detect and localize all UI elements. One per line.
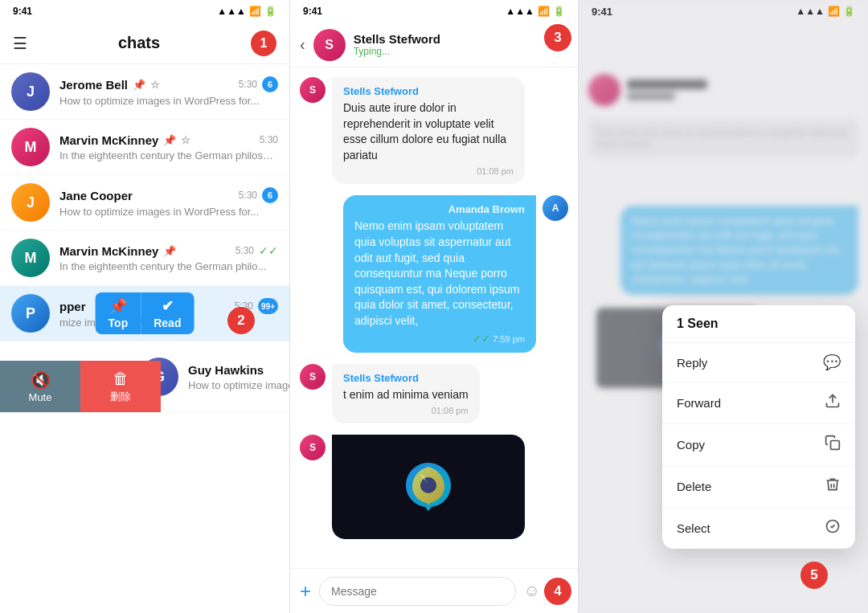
preview-marvin1: In the eighteenth century the German phi… <box>59 149 278 161</box>
messages-area[interactable]: S Stells Stefword Duis aute irure dolor … <box>290 67 578 568</box>
pin-icon-marvin2: 📌 <box>163 245 176 257</box>
msg-text-1: Duis aute irure dolor in reprehenderit i… <box>343 100 514 163</box>
preview-marvin2: In the eighteenth century the German phi… <box>59 260 278 272</box>
forward-label: Forward <box>677 396 721 410</box>
chat-item-jerome[interactable]: J Jerome Bell 📌 ☆ 5:30 6 How to optimize… <box>0 64 289 120</box>
avatar-jerome: J <box>11 72 50 111</box>
wifi-icon: 📶 <box>249 6 261 17</box>
mute-icon: 🔇 <box>31 370 51 390</box>
contact-status: Typing... <box>354 46 543 57</box>
message-2: A Amanda Brown Nemo enim ipsam voluptate… <box>300 195 568 352</box>
message-3: S Stells Stefword t enim ad minima venia… <box>300 364 568 424</box>
avatar-swiped: P <box>11 294 50 333</box>
avatar-marvin2: M <box>11 239 50 277</box>
msg-time-1: 01:08 pm <box>343 166 514 176</box>
svg-rect-2 <box>831 441 840 450</box>
chat-item-marvin1[interactable]: M Marvin McKinney 📌 ☆ 5:30 In the eighte… <box>0 120 289 175</box>
contact-name: Stells Stefword <box>354 32 543 46</box>
tick-icon-2: ✓✓ <box>473 333 490 345</box>
msg-text-3: t enim ad minima veniam <box>343 387 469 403</box>
status-bar-3: 9:41 ▲▲▲ 📶 🔋 <box>579 0 868 22</box>
delete-msg-icon <box>825 476 841 497</box>
battery-icon-2: 🔋 <box>553 6 565 17</box>
top-button[interactable]: 📌 Top <box>96 292 141 334</box>
tick-marvin2: ✓✓ <box>259 244 278 257</box>
badge-2: 2 <box>227 307 255 334</box>
chat-name-jane: Jane Cooper <box>59 189 133 202</box>
chat-info-jerome: Jerome Bell 📌 ☆ 5:30 6 How to optimize i… <box>59 76 278 107</box>
chat-info-guy: Guy Hawkins How to optimize images in W.… <box>188 363 289 391</box>
star-icon-jerome: ☆ <box>150 79 160 91</box>
badge-jane: 6 <box>262 187 278 203</box>
battery-icon: 🔋 <box>264 6 276 17</box>
chat-name-swiped: pper <box>59 300 86 313</box>
chat-item-guy[interactable]: 🔇 Mute 🗑 删除 G Guy Hawkins How to optim <box>0 341 289 413</box>
status-bar-2: 9:41 ▲▲▲ 📶 🔋 <box>290 0 578 22</box>
context-menu: 1 Seen Reply 💬 Forward Copy <box>662 305 855 549</box>
delete-msg-label: Delete <box>677 480 711 493</box>
chat-window-panel: 9:41 ▲▲▲ 📶 🔋 ‹ S Stells Stefword Typing.… <box>289 0 579 613</box>
badge-5: 5 <box>800 562 828 589</box>
seen-label: 1 Seen <box>662 305 855 343</box>
contact-avatar: S <box>313 29 346 61</box>
hamburger-icon[interactable]: ☰ <box>13 34 27 53</box>
select-icon <box>825 518 841 538</box>
contact-info: Stells Stefword Typing... <box>354 32 543 57</box>
badge-3: 3 <box>544 24 571 51</box>
forward-icon <box>825 393 841 413</box>
chats-title: chats <box>118 34 160 52</box>
msg-avatar-4: S <box>300 435 326 460</box>
chameleon-logo <box>396 455 461 519</box>
copy-icon <box>825 435 841 455</box>
msg-time-2: ✓✓ 7:59 pm <box>354 333 525 345</box>
status-time-1: 9:41 <box>13 6 32 17</box>
mute-button[interactable]: 🔇 Mute <box>0 361 80 412</box>
chat-item-marvin2[interactable]: M Marvin McKinney 📌 5:30 ✓✓ In the eight… <box>0 231 289 286</box>
read-button[interactable]: ✔ Read <box>141 292 194 334</box>
wifi-icon-3: 📶 <box>828 6 840 17</box>
message-input[interactable] <box>319 577 516 606</box>
forward-button[interactable]: Forward <box>662 382 855 424</box>
msg-bubble-3: Stells Stefword t enim ad minima veniam … <box>332 364 480 424</box>
delete-button[interactable]: 🗑 删除 <box>80 361 161 412</box>
chat-info-jane: Jane Cooper 5:30 6 How to optimize image… <box>59 187 278 218</box>
select-button[interactable]: Select <box>662 508 855 549</box>
action-row: 🔇 Mute 🗑 删除 <box>0 361 161 412</box>
battery-icon-3: 🔋 <box>843 6 855 17</box>
msg-image-4 <box>332 435 525 539</box>
signal-icon: ▲▲▲ <box>217 6 246 17</box>
msg-bubble-1: Stells Stefword Duis aute irure dolor in… <box>332 77 525 184</box>
chat-meta-marvin1: 5:30 <box>260 134 278 145</box>
chat-input-bar: + ☺ 🎤 <box>290 568 578 613</box>
badge-swiped: 99+ <box>258 298 278 314</box>
preview-guy: How to optimize images in W... <box>188 379 289 391</box>
preview-jane: How to optimize images in WordPress for.… <box>59 206 278 218</box>
chats-panel: 9:41 ▲▲▲ 📶 🔋 ☰ chats 1 J Jerome Bell 📌 ☆ <box>0 0 289 613</box>
chats-header: ☰ chats 1 <box>0 22 289 64</box>
msg-sender-1: Stells Stefword <box>343 85 514 97</box>
copy-label: Copy <box>677 438 705 452</box>
status-icons-2: ▲▲▲ 📶 🔋 <box>506 6 565 17</box>
preview-jerome: How to optimize images in WordPress for.… <box>59 95 278 107</box>
chat-item-jane[interactable]: J Jane Cooper 5:30 6 How to optimize ima… <box>0 175 289 231</box>
copy-button[interactable]: Copy <box>662 424 855 466</box>
select-label: Select <box>677 521 710 535</box>
msg-avatar-1: S <box>300 77 326 103</box>
reply-button[interactable]: Reply 💬 <box>662 343 855 382</box>
chat-name-guy: Guy Hawkins <box>188 363 264 377</box>
back-button[interactable]: ‹ <box>300 35 305 54</box>
status-icons-1: ▲▲▲ 📶 🔋 <box>217 6 276 17</box>
wifi-icon-2: 📶 <box>538 6 550 17</box>
msg-sender-3: Stells Stefword <box>343 372 469 384</box>
avatar-marvin1: M <box>11 128 50 166</box>
chat-name-jerome: Jerome Bell 📌 ☆ <box>59 78 160 92</box>
avatar-jane: J <box>11 183 50 222</box>
chat-name-marvin2: Marvin McKinney 📌 <box>59 244 176 258</box>
message-4: S <box>300 435 568 539</box>
add-attachment-button[interactable]: + <box>300 580 311 603</box>
chat-name-marvin1: Marvin McKinney 📌 ☆ <box>59 133 190 147</box>
emoji-button[interactable]: ☺ <box>524 582 540 600</box>
signal-icon-3: ▲▲▲ <box>796 6 825 17</box>
delete-message-button[interactable]: Delete <box>662 466 855 508</box>
status-time-2: 9:41 <box>303 6 322 17</box>
